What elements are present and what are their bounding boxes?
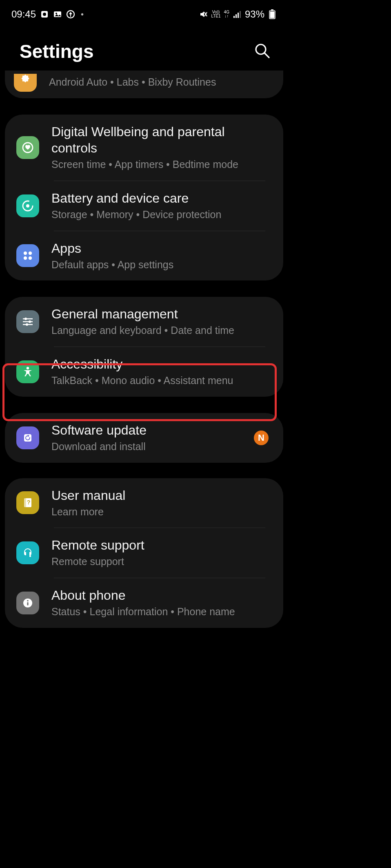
svg-point-29: [27, 367, 29, 369]
svg-point-34: [29, 555, 31, 557]
battery-icon: [268, 10, 277, 19]
network-indicator: 4G ↓↑: [224, 10, 229, 18]
svg-rect-8: [235, 14, 237, 18]
page-title: Settings: [20, 40, 93, 62]
remote-support-icon: [16, 541, 39, 564]
svg-point-28: [26, 323, 28, 326]
accessibility-title: Accessibility: [51, 356, 273, 372]
svg-line-15: [264, 53, 269, 57]
status-dot-icon: •: [79, 10, 84, 19]
settings-item-apps[interactable]: Apps Default apps • App settings: [5, 231, 283, 281]
svg-point-20: [29, 252, 32, 255]
search-button[interactable]: [251, 39, 273, 63]
svg-point-26: [29, 320, 31, 323]
svg-point-24: [24, 318, 27, 320]
accessibility-subtitle: TalkBack • Mono audio • Assistant menu: [51, 374, 273, 388]
settings-header: Settings: [0, 23, 288, 71]
software-update-title: Software update: [51, 422, 242, 438]
search-icon: [253, 42, 271, 60]
svg-point-18: [26, 204, 29, 208]
user-manual-title: User manual: [51, 487, 273, 504]
wellbeing-subtitle: Screen time • App timers • Bedtime mode: [51, 158, 273, 172]
gallery-icon: [53, 10, 62, 19]
settings-item-wellbeing[interactable]: Digital Wellbeing and parental controls …: [5, 115, 283, 181]
general-management-title: General management: [51, 306, 273, 322]
svg-point-3: [56, 13, 57, 14]
apps-icon: [16, 244, 39, 267]
about-phone-title: About phone: [51, 587, 273, 603]
settings-item-battery[interactable]: Battery and device care Storage • Memory…: [5, 181, 283, 231]
svg-point-22: [29, 256, 32, 260]
notification-badge: N: [254, 431, 269, 445]
advanced-features-subtitle: Android Auto • Labs • Bixby Routines: [49, 75, 216, 92]
general-management-subtitle: Language and keyboard • Date and time: [51, 324, 273, 338]
settings-item-advanced-features[interactable]: Android Auto • Labs • Bixby Routines: [5, 71, 283, 95]
software-update-subtitle: Download and install: [51, 440, 242, 454]
advanced-features-icon: [14, 74, 37, 92]
settings-group-0: Digital Wellbeing and parental controls …: [5, 115, 283, 280]
settings-group-1: General management Language and keyboard…: [5, 297, 283, 397]
svg-text:?: ?: [27, 499, 31, 506]
apps-title: Apps: [51, 240, 273, 256]
status-icon-app1: [40, 10, 49, 19]
battery-percent: 93%: [245, 9, 264, 20]
svg-rect-13: [270, 11, 275, 18]
svg-rect-9: [238, 13, 239, 18]
settings-item-software-update[interactable]: Software update Download and install N: [5, 413, 283, 463]
svg-rect-7: [233, 16, 235, 18]
update-icon: [66, 10, 75, 19]
about-phone-icon: [16, 592, 39, 614]
status-time: 09:45: [11, 9, 36, 20]
mute-icon: [199, 10, 208, 19]
settings-group-3: ? User manual Learn more Remote support …: [5, 478, 283, 628]
settings-item-general-management[interactable]: General management Language and keyboard…: [5, 297, 283, 347]
battery-subtitle: Storage • Memory • Device protection: [51, 208, 273, 222]
remote-support-subtitle: Remote support: [51, 555, 273, 569]
svg-point-19: [24, 252, 27, 255]
settings-item-accessibility[interactable]: Accessibility TalkBack • Mono audio • As…: [5, 347, 283, 397]
svg-rect-10: [240, 11, 241, 18]
user-manual-icon: ?: [16, 491, 39, 514]
signal-icon: [233, 10, 242, 19]
wellbeing-icon: [16, 136, 39, 159]
accessibility-icon: [16, 360, 39, 383]
battery-title: Battery and device care: [51, 190, 273, 206]
software-update-icon: [16, 426, 39, 449]
about-phone-subtitle: Status • Legal information • Phone name: [51, 605, 273, 619]
svg-rect-32: [24, 498, 26, 507]
settings-group-2: Software update Download and install N: [5, 413, 283, 463]
apps-subtitle: Default apps • App settings: [51, 258, 273, 272]
svg-rect-36: [27, 602, 28, 605]
remote-support-title: Remote support: [51, 537, 273, 553]
wellbeing-title: Digital Wellbeing and parental controls: [51, 124, 273, 156]
battery-care-icon: [16, 194, 39, 217]
settings-item-about-phone[interactable]: About phone Status • Legal information •…: [5, 578, 283, 628]
user-manual-subtitle: Learn more: [51, 505, 273, 519]
settings-group-advanced: Android Auto • Labs • Bixby Routines: [5, 71, 283, 98]
general-management-icon: [16, 310, 39, 333]
settings-item-user-manual[interactable]: ? User manual Learn more: [5, 478, 283, 528]
settings-item-remote-support[interactable]: Remote support Remote support: [5, 528, 283, 578]
svg-point-37: [27, 600, 29, 602]
svg-point-1: [43, 13, 46, 16]
svg-point-21: [24, 256, 27, 260]
status-bar: 09:45 • Vo)) LTE1 4G ↓↑: [0, 0, 288, 23]
volte-indicator: Vo)) LTE1: [211, 10, 220, 18]
